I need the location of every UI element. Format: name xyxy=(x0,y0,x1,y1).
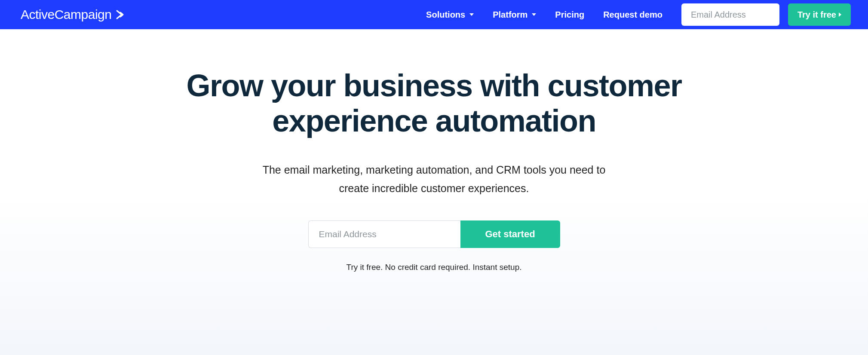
nav-request-demo[interactable]: Request demo xyxy=(603,10,663,20)
brand-logo[interactable]: ActiveCampaign xyxy=(21,7,126,22)
hero-footnote: Try it free. No credit card required. In… xyxy=(0,263,868,272)
hero-email-input[interactable] xyxy=(308,220,460,248)
primary-nav: Solutions Platform Pricing Request demo xyxy=(426,10,663,20)
hero-subtitle: The email marketing, marketing automatio… xyxy=(258,161,610,197)
nav-platform-label: Platform xyxy=(493,10,528,20)
nav-request-demo-label: Request demo xyxy=(603,10,663,20)
hero-section: Grow your business with customer experie… xyxy=(0,29,868,355)
nav-solutions-label: Solutions xyxy=(426,10,465,20)
caret-down-icon xyxy=(469,13,474,16)
nav-platform[interactable]: Platform xyxy=(493,10,536,20)
hero-title: Grow your business with customer experie… xyxy=(155,68,714,138)
header-cta-group: Try it free xyxy=(681,3,851,26)
try-it-free-button[interactable]: Try it free xyxy=(788,3,851,26)
nav-pricing-label: Pricing xyxy=(555,10,584,20)
logo-text: ActiveCampaign xyxy=(21,7,111,22)
nav-pricing[interactable]: Pricing xyxy=(555,10,584,20)
site-header: ActiveCampaign Solutions Platform Pricin… xyxy=(0,0,868,29)
caret-down-icon xyxy=(532,13,536,16)
hero-signup-form: Get started xyxy=(0,220,868,248)
caret-right-icon xyxy=(839,12,841,17)
nav-solutions[interactable]: Solutions xyxy=(426,10,474,20)
get-started-button[interactable]: Get started xyxy=(460,220,560,248)
logo-chevron-icon xyxy=(116,9,126,20)
try-it-free-label: Try it free xyxy=(797,10,836,20)
header-email-input[interactable] xyxy=(681,3,779,26)
